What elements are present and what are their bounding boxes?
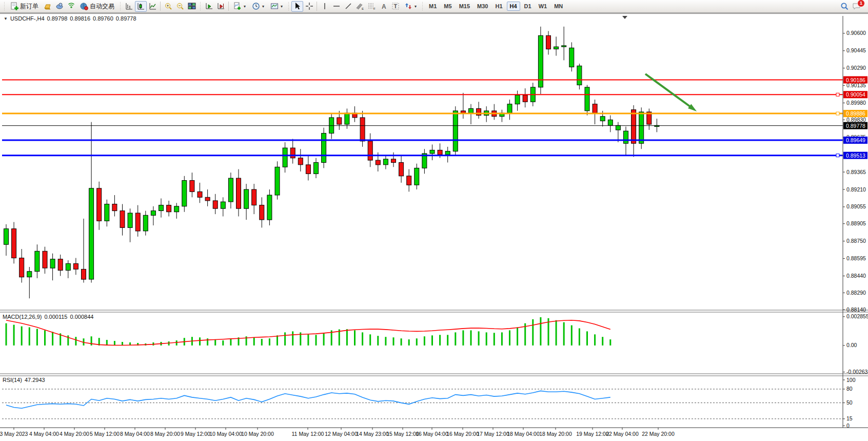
ohlc-close: 0.89778 xyxy=(116,15,136,22)
gold-bar-icon xyxy=(44,2,52,10)
candlestick-chart-icon xyxy=(137,2,145,10)
svg-text:0.88290: 0.88290 xyxy=(846,290,866,296)
text-label-icon: T xyxy=(391,2,400,10)
fibonacci-button[interactable]: F xyxy=(366,1,378,12)
svg-text:0.89830: 0.89830 xyxy=(846,117,866,123)
new-order-button[interactable]: 新订单 xyxy=(7,1,42,12)
timeframe-button-m1[interactable]: M1 xyxy=(426,2,440,11)
auto-scroll-icon xyxy=(205,2,213,10)
toolbar-drag-handle[interactable] xyxy=(287,2,290,10)
svg-text:0.88595: 0.88595 xyxy=(846,255,866,261)
channel-icon: E xyxy=(356,2,365,10)
collapse-triangle-icon[interactable]: ▼ xyxy=(4,16,8,21)
timeframe-group: M1M5M15M30H1H4D1W1MN xyxy=(425,2,566,11)
timeframe-button-d1[interactable]: D1 xyxy=(521,2,535,11)
crosshair-icon xyxy=(305,2,313,10)
equidistant-channel-button[interactable]: E xyxy=(354,1,366,12)
line-chart-icon xyxy=(149,2,157,10)
timeframe-button-mn[interactable]: MN xyxy=(551,2,566,11)
timeframe-button-m30[interactable]: M30 xyxy=(474,2,491,11)
svg-text:12 May 04:00: 12 May 04:00 xyxy=(325,431,358,437)
charts-button[interactable] xyxy=(42,1,53,12)
svg-text:16 May 20:00: 16 May 20:00 xyxy=(446,431,479,437)
zoom-out-button[interactable] xyxy=(174,1,186,12)
line-chart-button[interactable] xyxy=(147,1,159,12)
svg-text:15: 15 xyxy=(846,415,853,421)
tile-windows-button[interactable] xyxy=(186,1,198,12)
notifications-button[interactable]: 1 xyxy=(851,1,862,12)
macd-value-signal: 0.000844 xyxy=(70,314,94,320)
indicators-icon xyxy=(233,2,242,10)
timeframe-button-h1[interactable]: H1 xyxy=(492,2,505,11)
dropdown-caret-icon: ▾ xyxy=(415,4,417,9)
svg-text:11 May 12:00: 11 May 12:00 xyxy=(292,431,324,437)
macd-name: MACD(12,26,9) xyxy=(3,314,42,320)
svg-text:0.89365: 0.89365 xyxy=(846,169,866,175)
search-button[interactable] xyxy=(839,1,851,12)
templates-button[interactable]: ▾ xyxy=(267,1,286,12)
dropdown-caret-icon: ▾ xyxy=(244,4,246,9)
chart-canvas[interactable]: 0.906000.904450.902900.901350.899800.898… xyxy=(0,14,868,441)
autotrading-label: 自动交易 xyxy=(90,2,114,11)
trendline-button[interactable] xyxy=(342,1,354,12)
arrows-button[interactable]: ▾ xyxy=(401,1,420,12)
autotrading-icon xyxy=(80,2,88,10)
vertical-line-icon xyxy=(321,2,329,10)
tile-windows-icon xyxy=(188,2,196,10)
chart-shift-button[interactable] xyxy=(215,1,227,12)
arrows-icon xyxy=(404,2,412,10)
vertical-line-button[interactable] xyxy=(319,1,330,12)
timeframe-button-h4[interactable]: H4 xyxy=(507,2,520,11)
horizontal-line-button[interactable] xyxy=(330,1,342,12)
svg-text:T: T xyxy=(393,3,397,9)
crosshair-button[interactable] xyxy=(303,1,315,12)
timeframe-button-w1[interactable]: W1 xyxy=(536,2,550,11)
notification-count-badge: 1 xyxy=(857,0,865,7)
svg-text:E: E xyxy=(362,7,364,10)
svg-text:0.90054: 0.90054 xyxy=(846,91,865,98)
svg-text:0.88750: 0.88750 xyxy=(846,238,866,244)
indicators-button[interactable]: ▾ xyxy=(230,1,249,12)
toolbar-separator xyxy=(317,2,317,11)
fibonacci-icon: F xyxy=(367,2,377,10)
toolbar-drag-handle[interactable] xyxy=(199,2,202,10)
cursor-button[interactable] xyxy=(291,1,303,12)
svg-text:5 May 12:00: 5 May 12:00 xyxy=(90,431,120,437)
data-window-button[interactable] xyxy=(53,1,65,12)
candlestick-chart-button[interactable] xyxy=(135,1,147,12)
timeframe-button-m15[interactable]: M15 xyxy=(456,2,473,11)
rsi-value: 47.2943 xyxy=(25,377,45,383)
svg-text:8 May 20:00: 8 May 20:00 xyxy=(150,431,180,437)
text-button[interactable]: A xyxy=(378,1,389,12)
svg-text:3 May 2023: 3 May 2023 xyxy=(0,431,28,437)
signals-button[interactable] xyxy=(65,1,77,12)
main-toolbar: 新订单 自动交易 ▾ ▾ xyxy=(0,0,868,13)
cursor-icon xyxy=(293,2,302,10)
macd-value-main: 0.000115 xyxy=(44,314,67,320)
text-label-button[interactable]: T xyxy=(389,1,401,12)
chart-window[interactable]: ▼ USDCHF-,H4 0.89798 0.89816 0.89760 0.8… xyxy=(0,13,868,441)
auto-scroll-button[interactable] xyxy=(203,1,215,12)
svg-text:18 May 04:00: 18 May 04:00 xyxy=(507,431,540,437)
svg-text:0.88440: 0.88440 xyxy=(846,273,866,279)
svg-text:18 May 20:00: 18 May 20:00 xyxy=(539,431,572,437)
svg-text:14 May 23:00: 14 May 23:00 xyxy=(356,431,389,437)
macd-indicator-label: MACD(12,26,9) 0.000115 0.000844 xyxy=(3,314,93,320)
toolbar-drag-handle[interactable] xyxy=(421,2,424,10)
zoom-in-button[interactable] xyxy=(162,1,174,12)
dropdown-caret-icon: ▾ xyxy=(281,4,283,9)
svg-text:0.89886: 0.89886 xyxy=(846,110,865,117)
zoom-out-icon xyxy=(176,2,184,10)
toolbar-drag-handle[interactable] xyxy=(119,2,122,10)
periods-button[interactable]: ▾ xyxy=(249,1,267,12)
bar-chart-button[interactable] xyxy=(123,1,135,12)
rsi-indicator-label: RSI(14) 47.2943 xyxy=(3,377,45,383)
chart-header: ▼ USDCHF-,H4 0.89798 0.89816 0.89760 0.8… xyxy=(4,15,136,22)
timeframe-button-m5[interactable]: M5 xyxy=(441,2,455,11)
autotrading-button[interactable]: 自动交易 xyxy=(77,1,117,12)
svg-text:17 May 12:00: 17 May 12:00 xyxy=(477,431,509,437)
svg-text:4 May 04:00: 4 May 04:00 xyxy=(29,431,59,437)
svg-text:0.90186: 0.90186 xyxy=(846,77,865,83)
toolbar-drag-handle[interactable] xyxy=(3,2,6,10)
svg-text:0.88140: 0.88140 xyxy=(846,306,866,313)
